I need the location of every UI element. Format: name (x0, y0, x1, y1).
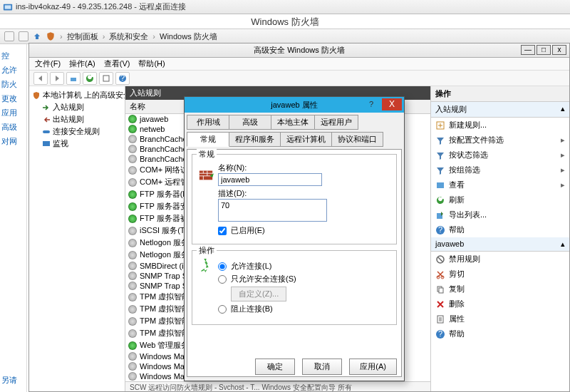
desc-input[interactable] (218, 199, 327, 222)
name-input[interactable] (218, 173, 322, 186)
tree-inbound[interactable]: 入站规则 (32, 101, 122, 113)
tree-root-label: 本地计算机 上的高级安全 Win (43, 90, 125, 100)
rule-name: BranchCache (140, 135, 187, 143)
sidestrip-item[interactable]: 应用 (1, 108, 25, 118)
crumb-firewall[interactable]: Windows 防火墙 (160, 31, 217, 42)
action-filter[interactable]: 按状态筛选▸ (431, 148, 569, 163)
menu-view[interactable]: 查看(V) (104, 58, 130, 69)
tool-back[interactable] (33, 72, 48, 85)
crumb-control-panel[interactable]: 控制面板 (67, 31, 98, 42)
action-label: 复制 (449, 284, 465, 294)
action-props[interactable]: 属性 (431, 311, 569, 326)
action-disable[interactable]: 禁用规则 (431, 252, 569, 267)
tree-root[interactable]: 本地计算机 上的高级安全 Win (32, 89, 122, 101)
sidestrip-item[interactable]: 控 (1, 51, 25, 61)
sidestrip-item[interactable]: 防火 (1, 79, 25, 90)
forward-button[interactable] (19, 31, 28, 41)
chevron-up-icon[interactable]: ▴ (561, 239, 565, 249)
tool-refresh[interactable] (83, 72, 97, 85)
status-dot-icon (128, 341, 137, 350)
action-help[interactable]: ?帮助 (431, 222, 569, 237)
name-label: 名称(N): (218, 163, 390, 173)
action-copy[interactable]: 复制 (431, 282, 569, 296)
status-dot-icon (128, 329, 137, 338)
delete-icon (435, 299, 445, 309)
menu-help[interactable]: 帮助(H) (138, 58, 165, 69)
action-filter[interactable]: 按组筛选▸ (431, 163, 569, 177)
tool-props[interactable] (99, 72, 113, 85)
tree-consec-label: 连接安全规则 (53, 126, 100, 137)
minimize-button[interactable]: — (521, 45, 535, 55)
action-new[interactable]: 新建规则... (431, 118, 569, 133)
action-export[interactable]: 导出列表... (431, 207, 569, 222)
tool-up[interactable] (66, 72, 81, 85)
rule-name: BranchCache (140, 145, 187, 153)
menu-action[interactable]: 操作(A) (69, 58, 95, 69)
radio-allow-secure[interactable] (218, 275, 227, 284)
tab-remote-computer[interactable]: 远程计算机 (280, 132, 332, 147)
tab-scope[interactable]: 作用域 (187, 115, 229, 130)
menu-file[interactable]: 文件(F) (35, 58, 61, 69)
apply-button[interactable]: 应用(A) (349, 359, 397, 375)
ok-button[interactable]: 确定 (255, 359, 295, 375)
action-view[interactable]: 查看▸ (431, 177, 569, 192)
enabled-checkbox[interactable] (218, 227, 227, 235)
close-button[interactable]: X (382, 98, 402, 110)
actions-section-selected: javaweb ▴ (431, 237, 569, 252)
tab-remote-user[interactable]: 远程用户 (314, 115, 358, 130)
action-help[interactable]: ?帮助 (431, 326, 569, 341)
dialog-title-text: javaweb 属性 (271, 100, 317, 110)
rule-name: TPM 虚拟智能 (140, 328, 190, 339)
rdp-icon (3, 2, 13, 12)
back-button[interactable] (4, 31, 14, 41)
sidestrip-item[interactable]: 高级 (1, 122, 25, 133)
tool-forward[interactable] (50, 72, 64, 85)
help-button[interactable]: ? (364, 98, 378, 110)
up-icon[interactable] (33, 32, 41, 41)
shield-icon (46, 31, 56, 41)
tree-consec[interactable]: 连接安全规则 (32, 125, 122, 138)
action-cut[interactable]: 剪切 (431, 267, 569, 282)
chevron-up-icon[interactable]: ▴ (561, 104, 565, 113)
rule-name: javaweb (140, 115, 168, 123)
action-label: 按状态筛选 (449, 150, 488, 160)
svg-rect-20 (200, 170, 212, 180)
close-button[interactable]: x (552, 45, 566, 55)
status-dot-icon (128, 352, 137, 361)
cancel-button[interactable]: 取消 (302, 359, 342, 375)
bg-window-title: Windows 防火墙 (0, 16, 570, 29)
breadcrumb[interactable]: › 控制面板 › 系统和安全 › Windows 防火墙 (46, 31, 217, 42)
action-refresh[interactable]: 刷新 (431, 192, 569, 207)
tree-monitor[interactable]: 监视 (32, 138, 122, 150)
chevron-right-icon: ▸ (561, 165, 565, 175)
sidestrip-item[interactable]: 更改 (1, 93, 25, 104)
sidestrip-item[interactable]: 允许 (1, 65, 25, 76)
status-dot-icon (128, 372, 137, 381)
actions-pane: 操作 入站规则 ▴ 新建规则...按配置文件筛选▸按状态筛选▸按组筛选▸查看▸刷… (430, 86, 569, 391)
tab-local-principal[interactable]: 本地主体 (271, 115, 315, 130)
dialog-titlebar[interactable]: javaweb 属性 ? X (185, 97, 404, 113)
maximize-button[interactable]: □ (537, 45, 551, 55)
radio-block[interactable] (218, 305, 227, 314)
status-dot-icon (128, 293, 137, 301)
radio-allow[interactable] (218, 262, 227, 271)
mmc-titlebar[interactable]: 高级安全 Windows 防火墙 — □ x (29, 43, 569, 58)
properties-dialog: javaweb 属性 ? X 作用域 高级 本地主体 远程用户 常规 程序和服务… (184, 96, 405, 381)
group-general: 常规 名称(N): 描述(D): (192, 154, 397, 244)
status-dot-icon (128, 125, 137, 133)
new-icon (435, 120, 445, 130)
tab-advanced[interactable]: 高级 (229, 115, 271, 130)
status-dot-icon (128, 202, 137, 211)
tab-general[interactable]: 常规 (187, 132, 229, 147)
tab-protocols-ports[interactable]: 协议和端口 (331, 132, 383, 147)
status-dot-icon (128, 251, 137, 259)
crumb-system-security[interactable]: 系统和安全 (109, 31, 148, 42)
tool-help[interactable]: ? (115, 72, 130, 85)
filter-icon (435, 165, 445, 175)
action-filter[interactable]: 按配置文件筛选▸ (431, 133, 569, 148)
tree-outbound[interactable]: 出站规则 (32, 113, 122, 125)
action-delete[interactable]: 删除 (431, 296, 569, 311)
tab-programs-services[interactable]: 程序和服务 (229, 132, 281, 147)
rule-name: netweb (140, 125, 165, 133)
sidestrip-item[interactable]: 对网 (1, 136, 25, 147)
